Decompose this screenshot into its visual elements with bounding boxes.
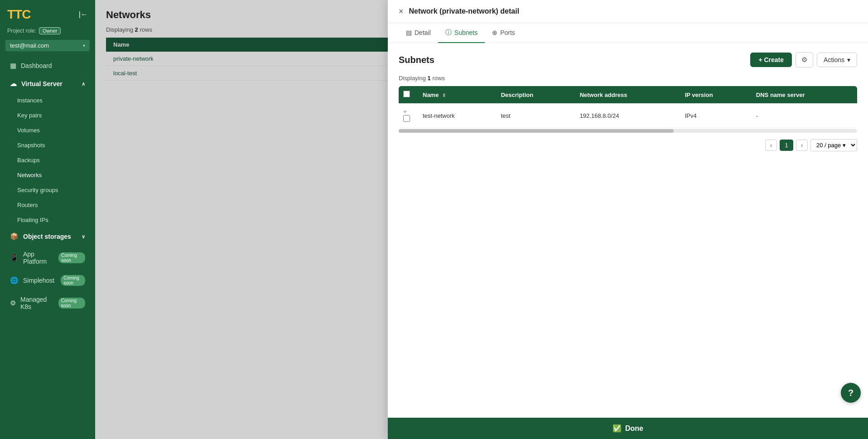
next-page-button[interactable]: › <box>796 140 808 151</box>
col-header-network-address: Network address <box>574 86 679 103</box>
ports-tab-icon: ⊕ <box>492 29 497 36</box>
sidebar-item-managed-k8s[interactable]: ⚙ Managed K8s Coming soon <box>3 291 92 315</box>
col-header-description: Description <box>495 86 574 103</box>
subnets-title: Subnets <box>399 55 434 65</box>
managed-k8s-badge: Coming soon <box>58 298 85 309</box>
tab-ports[interactable]: ⊕ Ports <box>485 23 522 43</box>
main-content: Networks Displaying 2 rows Name private-… <box>95 0 868 439</box>
panel-tabs: ▤ Detail ⓘ Subnets ⊕ Ports <box>388 23 868 43</box>
object-storages-chevron-icon: ∨ <box>82 234 85 240</box>
tab-subnets[interactable]: ⓘ Subnets <box>438 23 485 43</box>
sidebar-item-app-platform[interactable]: 📱 App Platform Coming soon <box>3 246 92 270</box>
row-description-cell: test <box>495 103 574 128</box>
dashboard-icon: ▦ <box>10 62 16 70</box>
actions-chevron-icon: ▾ <box>847 56 850 63</box>
sidebar-item-instances[interactable]: Instances <box>3 93 92 107</box>
subnets-table-header-row: Name ⇕ Description Network address IP ve… <box>399 86 857 103</box>
per-page-select[interactable]: 20 / page ▾ <box>810 139 857 151</box>
row-ip-version-cell: IPv4 <box>679 103 750 128</box>
detail-panel: × Network (private-network) detail ▤ Det… <box>388 0 868 439</box>
sidebar-section-label: Virtual Server <box>21 80 63 87</box>
sidebar-item-volumes[interactable]: Volumes <box>3 123 92 137</box>
sidebar-collapse-button[interactable]: |← <box>79 10 88 19</box>
panel-overlay: × Network (private-network) detail ▤ Det… <box>95 0 868 439</box>
tab-subnets-label: Subnets <box>454 29 477 36</box>
logo: TTC <box>7 7 30 22</box>
panel-header: × Network (private-network) detail <box>388 0 868 23</box>
sidebar-item-routers[interactable]: Routers <box>3 198 92 212</box>
row-expand-button[interactable]: + <box>403 108 407 115</box>
app-platform-badge: Coming soon <box>58 252 85 263</box>
subnet-ip-version: IPv4 <box>685 112 697 119</box>
panel-title: Network (private-network) detail <box>409 7 520 15</box>
subnets-tab-icon: ⓘ <box>445 29 452 37</box>
panel-footer: ✅ Done <box>388 418 868 439</box>
tab-detail[interactable]: ▤ Detail <box>399 23 438 43</box>
rows-display-info: Displaying 1 rows <box>399 75 857 82</box>
create-subnet-button[interactable]: + Create <box>750 53 792 67</box>
sidebar-item-floating-ips[interactable]: Floating IPs <box>3 213 92 227</box>
subnets-header: Subnets + Create ⚙ Actions ▾ <box>399 52 857 68</box>
sidebar-item-simplehost[interactable]: 🌐 Simplehost Coming soon <box>3 270 92 290</box>
sidebar-section-label: Object storages <box>23 233 71 240</box>
subnet-description: test <box>501 112 511 119</box>
email-value: test@mail.com <box>10 42 49 49</box>
subnets-table: Name ⇕ Description Network address IP ve… <box>399 86 857 128</box>
sidebar-item-security-groups[interactable]: Security groups <box>3 183 92 197</box>
sidebar-item-key-pairs[interactable]: Key pairs <box>3 108 92 122</box>
tab-ports-label: Ports <box>500 29 515 36</box>
simplehost-badge: Coming soon <box>61 275 85 286</box>
done-button[interactable]: ✅ Done <box>612 424 643 433</box>
row-network-address-cell: 192.168.8.0/24 <box>574 103 679 128</box>
current-page-button[interactable]: 1 <box>780 140 793 151</box>
managed-k8s-icon: ⚙ <box>10 299 16 307</box>
email-selector[interactable]: test@mail.com ▾ <box>5 40 90 51</box>
subnet-dns: - <box>756 112 758 119</box>
app-platform-icon: 📱 <box>10 254 19 262</box>
detail-tab-icon: ▤ <box>406 29 412 36</box>
row-dns-cell: - <box>750 103 857 128</box>
sidebar: TTC |← Project role: Owner test@mail.com… <box>0 0 95 439</box>
row-name-cell: test-network <box>416 103 495 128</box>
col-header-dns-name-server: DNS name server <box>750 86 857 103</box>
tab-detail-label: Detail <box>415 29 431 36</box>
simplehost-icon: 🌐 <box>10 276 19 285</box>
table-horizontal-scrollbar[interactable] <box>399 129 857 133</box>
select-all-checkbox[interactable] <box>403 91 410 97</box>
settings-icon: ⚙ <box>801 56 807 63</box>
subnet-name: test-network <box>423 112 455 119</box>
col-header-name[interactable]: Name ⇕ <box>416 86 495 103</box>
sidebar-item-networks[interactable]: Networks <box>3 168 92 182</box>
object-storages-icon: 📦 <box>10 232 19 241</box>
sidebar-item-label: Dashboard <box>21 62 52 69</box>
actions-button[interactable]: Actions ▾ <box>817 53 857 67</box>
sort-icon: ⇕ <box>442 93 446 98</box>
panel-body: Subnets + Create ⚙ Actions ▾ Displ <box>388 43 868 418</box>
sidebar-section-virtual-server[interactable]: ☁ Virtual Server ∧ <box>3 75 92 92</box>
sidebar-logo-area: TTC |← <box>0 0 95 25</box>
done-label: Done <box>625 425 643 433</box>
done-checkmark-icon: ✅ <box>612 424 622 433</box>
actions-label: Actions <box>824 56 844 63</box>
row-checkbox[interactable] <box>403 115 410 122</box>
checkbox-header-cell <box>399 86 416 103</box>
settings-button[interactable]: ⚙ <box>796 52 813 68</box>
pagination: ‹ 1 › 20 / page ▾ <box>399 139 857 151</box>
sidebar-item-snapshots[interactable]: Snapshots <box>3 138 92 152</box>
email-chevron-icon: ▾ <box>83 43 85 48</box>
panel-close-button[interactable]: × <box>399 7 404 15</box>
scrollbar-thumb[interactable] <box>399 129 674 133</box>
virtual-server-chevron-icon: ∧ <box>82 81 85 87</box>
sidebar-item-backups[interactable]: Backups <box>3 153 92 167</box>
row-expand-cell: + <box>399 103 416 128</box>
col-header-ip-version: IP version <box>679 86 750 103</box>
role-badge: Owner <box>39 27 61 34</box>
panel-backdrop[interactable] <box>95 0 388 439</box>
subnet-network-address: 192.168.8.0/24 <box>580 112 619 119</box>
help-button[interactable]: ? <box>841 383 861 403</box>
sidebar-item-dashboard[interactable]: ▦ Dashboard <box>3 57 92 74</box>
prev-page-button[interactable]: ‹ <box>765 140 777 151</box>
table-row[interactable]: + test-network test 192.168.8.0/24 <box>399 103 857 128</box>
sidebar-section-object-storages[interactable]: 📦 Object storages ∨ <box>3 228 92 245</box>
subnets-actions: + Create ⚙ Actions ▾ <box>750 52 857 68</box>
